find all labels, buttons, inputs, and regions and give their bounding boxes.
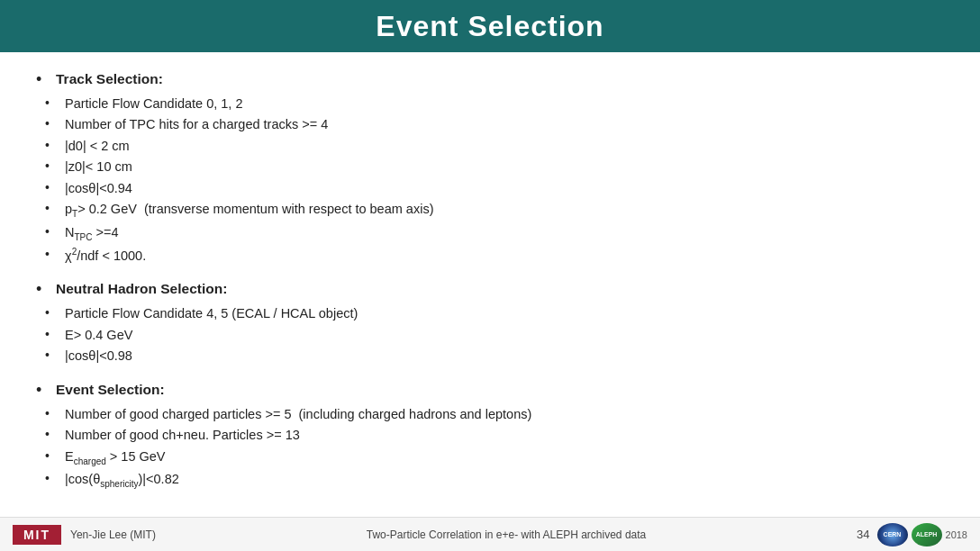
list-item: • Number of TPC hits for a charged track… — [45, 114, 944, 134]
list-item: • |cosθ|<0.94 — [45, 178, 944, 198]
mit-logo: MIT — [13, 525, 61, 545]
year-label: 2018 — [946, 529, 967, 540]
list-item: • NTPC >=4 — [45, 222, 944, 244]
list-item: • |cosθ|<0.98 — [45, 346, 944, 366]
neutral-sub-list: • Particle Flow Candidate 4, 5 (ECAL / H… — [45, 303, 944, 366]
footer-right: 34 CERN ALEPH 2018 — [857, 523, 967, 546]
list-item: • Number of good charged particles >= 5 … — [45, 404, 944, 424]
footer-center-text: Two-Particle Correlation in e+e- with AL… — [156, 528, 857, 541]
list-item: • |cos(θsphericity)|<0.82 — [45, 469, 944, 491]
cern-badge: CERN — [877, 523, 908, 546]
page-number: 34 — [857, 528, 869, 541]
event-sub-list: • Number of good charged particles >= 5 … — [45, 404, 944, 492]
list-item: • Particle Flow Candidate 4, 5 (ECAL / H… — [45, 303, 944, 323]
bullet-dot: • — [36, 379, 56, 402]
footer-left: MIT Yen-Jie Lee (MIT) — [13, 525, 156, 545]
neutral-hadron-title: Neutral Hadron Selection: — [56, 278, 227, 300]
list-item: • Number of good ch+neu. Particles >= 13 — [45, 425, 944, 445]
footer-author: Yen-Jie Lee (MIT) — [70, 528, 156, 541]
list-item: • E> 0.4 GeV — [45, 325, 944, 345]
track-selection-title: Track Selection: — [56, 68, 163, 90]
bullet-dot: • — [36, 278, 56, 301]
list-item: • Particle Flow Candidate 0, 1, 2 — [45, 94, 944, 113]
mit-logo-text: MIT — [23, 528, 50, 542]
aleph-badge: ALEPH — [912, 523, 942, 546]
event-selection-item: • Event Selection: — [36, 379, 944, 402]
neutral-hadron-item: • Neutral Hadron Selection: — [36, 278, 944, 302]
slide-content: • Track Selection: • Particle Flow Candi… — [0, 52, 980, 513]
list-item: • Echarged > 15 GeV — [45, 447, 944, 468]
list-item: • pT> 0.2 GeV (transverse momentum with … — [45, 199, 944, 221]
list-item: • |z0|< 10 cm — [45, 157, 944, 176]
event-selection-title: Event Selection: — [56, 379, 165, 401]
slide-header: Event Selection — [0, 0, 980, 52]
slide-footer: MIT Yen-Jie Lee (MIT) Two-Particle Corre… — [0, 517, 980, 551]
track-selection-section: • Track Selection: • Particle Flow Candi… — [36, 68, 944, 266]
neutral-hadron-section: • Neutral Hadron Selection: • Particle F… — [36, 278, 944, 366]
slide-title: Event Selection — [376, 10, 603, 43]
list-item: • χ2/ndf < 1000. — [45, 245, 944, 266]
event-selection-section: • Event Selection: • Number of good char… — [36, 379, 944, 492]
list-item: • |d0| < 2 cm — [45, 136, 944, 156]
track-selection-item: • Track Selection: — [36, 68, 944, 92]
bullet-dot: • — [36, 68, 56, 91]
track-sub-list: • Particle Flow Candidate 0, 1, 2 • Numb… — [45, 94, 944, 266]
